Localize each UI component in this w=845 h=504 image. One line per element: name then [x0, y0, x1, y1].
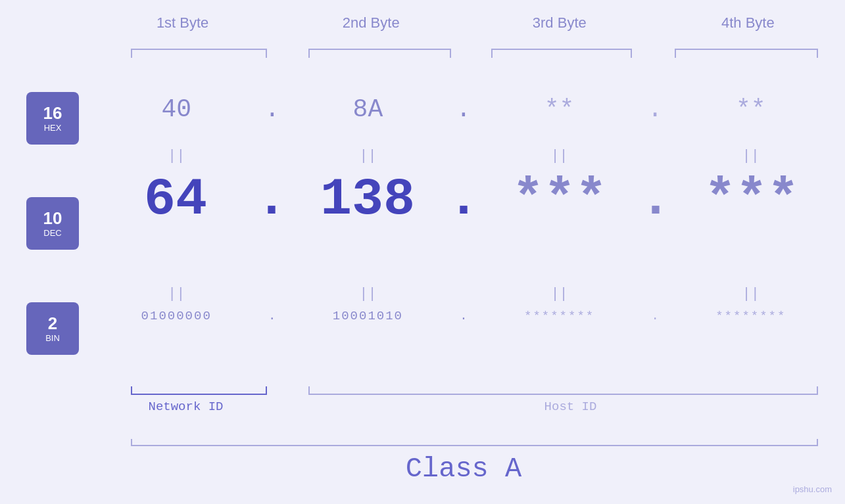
byte-label-1: 1st Byte	[105, 14, 260, 32]
eq2-2: ||	[287, 286, 448, 302]
dec-badge: 10 DEC	[26, 197, 79, 250]
byte-label-3: 3rd Byte	[482, 14, 637, 32]
eq2-3: ||	[478, 286, 640, 302]
watermark: ipshu.com	[793, 484, 832, 494]
dec-val-1: 64	[95, 170, 256, 229]
badges-column: 16 HEX 10 DEC 2 BIN	[26, 92, 79, 355]
dec-row: 64 . 138 . *** . ***	[95, 170, 832, 229]
byte-label-2: 2nd Byte	[294, 14, 448, 32]
bin-val-2: 10001010	[287, 309, 448, 323]
dec-dot-2: .	[448, 170, 479, 229]
bracket-svg	[0, 0, 845, 504]
eq2-1: ||	[95, 286, 257, 302]
hex-val-1: 40	[95, 95, 257, 124]
bin-val-3: ********	[478, 309, 640, 323]
id-labels-row: Network ID Host ID	[95, 400, 832, 414]
bin-dot-1: .	[257, 309, 287, 323]
bin-dot-3: .	[640, 309, 670, 323]
dec-dot-1: .	[256, 170, 287, 229]
hex-val-4: **	[670, 95, 832, 124]
eq1-3: ||	[478, 148, 640, 164]
hex-dot-1: .	[257, 95, 287, 124]
eq1-2: ||	[287, 148, 448, 164]
bin-row: 01000000 . 10001010 . ******** . *******…	[95, 309, 832, 323]
hex-val-2: 8A	[287, 95, 448, 124]
byte-headers: 1st Byte 2nd Byte 3rd Byte 4th Byte	[105, 14, 825, 32]
eq1-4: ||	[670, 148, 832, 164]
dec-val-4: ***	[671, 170, 832, 229]
hex-val-3: **	[478, 95, 640, 124]
eq1-1: ||	[95, 148, 257, 164]
hex-dot-3: .	[640, 95, 670, 124]
bin-dot-2: .	[449, 309, 479, 323]
dec-dot-3: .	[640, 170, 671, 229]
dec-val-3: ***	[479, 170, 640, 229]
dec-val-2: 138	[287, 170, 448, 229]
class-label: Class A	[95, 453, 832, 485]
equals-row-1: || || || ||	[95, 148, 832, 164]
network-id-label: Network ID	[95, 400, 276, 414]
page-container: 1st Byte 2nd Byte 3rd Byte 4th Byte 16 H…	[0, 0, 845, 504]
equals-row-2: || || || ||	[95, 286, 832, 302]
byte-label-4: 4th Byte	[671, 14, 825, 32]
bin-badge: 2 BIN	[26, 302, 79, 355]
hex-dot-2: .	[449, 95, 479, 124]
bin-val-4: ********	[670, 309, 832, 323]
hex-row: 40 . 8A . ** . **	[95, 95, 832, 124]
eq2-4: ||	[670, 286, 832, 302]
host-id-label: Host ID	[309, 400, 832, 414]
hex-badge: 16 HEX	[26, 92, 79, 145]
bin-val-1: 01000000	[95, 309, 257, 323]
